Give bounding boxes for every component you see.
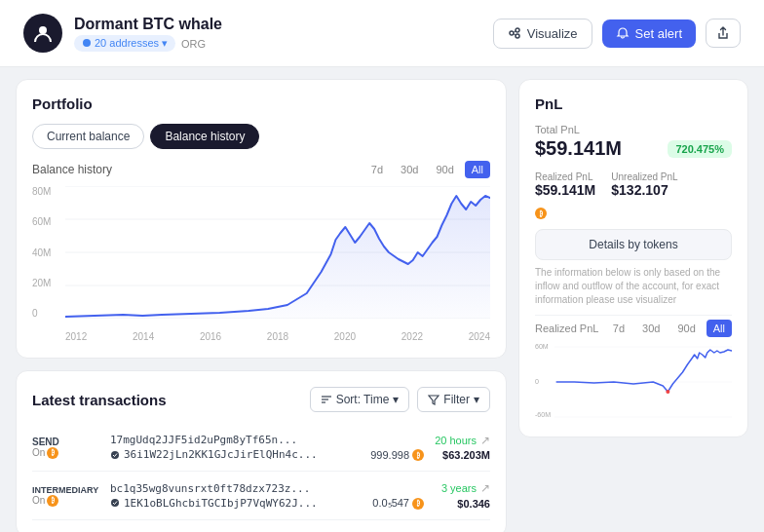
btc-amount-icon: ₿ <box>412 498 424 510</box>
chart-svg-wrapper <box>65 186 490 319</box>
time-filters: 7d 30d 90d All <box>364 161 490 178</box>
chart-header: Balance history 7d 30d 90d All <box>32 161 490 178</box>
tx-type-col: SEND On ₿ <box>32 437 100 459</box>
tx-addresses: bc1q35wg8vunsrxt0ft78dzx723z... 1EK1oBLG… <box>110 482 346 510</box>
tx-address-to: 36i1W22jLn2KK1GJcJirElQHn4c... <box>124 448 346 461</box>
visualize-icon <box>508 26 521 40</box>
portfolio-tabs: Current balance Balance history <box>32 124 490 149</box>
alert-icon <box>616 26 630 40</box>
sort-icon <box>321 394 332 405</box>
header-left: Dormant BTC whale 20 addresses ▾ ORG <box>23 14 222 53</box>
tx-addresses: 17mgUdq2JJF5id2uPgm8yTf65n... 36i1W22jLn… <box>110 434 346 461</box>
time-filter-90d[interactable]: 90d <box>429 161 460 178</box>
external-link-icon[interactable]: ↗ <box>480 481 490 495</box>
pnl-top-row: $59.141M 720.475% <box>535 137 732 160</box>
svg-text:0: 0 <box>535 378 539 385</box>
tx-value: $0.346 <box>427 498 490 510</box>
pnl-sub: Realized PnL $59.141M Unrealized PnL $13… <box>535 171 732 198</box>
table-row: SEND On ₿ 17mgUdq2JJF5id2uPgm8yTf65n... … <box>32 424 490 472</box>
tx-chain: On ₿ <box>32 447 100 459</box>
set-alert-label: Set alert <box>635 26 682 41</box>
addresses-badge[interactable]: 20 addresses ▾ <box>74 35 175 52</box>
tx-type: SEND <box>32 437 100 447</box>
tx-amount: 0.0₅547 <box>356 497 409 510</box>
chart-y-labels: 80M 60M 40M 20M 0 <box>32 186 61 319</box>
tx-amount: 999.998 <box>356 449 409 461</box>
header-info: Dormant BTC whale 20 addresses ▾ ORG <box>74 16 222 52</box>
time-filter-all[interactable]: All <box>465 161 490 178</box>
svg-text:-60M: -60M <box>535 411 551 418</box>
pnl-time-90d[interactable]: 90d <box>670 320 702 337</box>
details-by-tokens-button[interactable]: Details by tokens <box>535 229 732 260</box>
pnl-chart: 60M 0 -60M <box>535 343 732 421</box>
tx-chain: On ₿ <box>32 495 100 507</box>
portfolio-card: Portfolio Current balance Balance histor… <box>16 79 507 359</box>
btc-token-icon: ₿ <box>535 208 547 219</box>
divider <box>535 315 732 316</box>
org-label: ORG <box>181 38 206 50</box>
tx-type: INTERMEDIARY <box>32 485 100 495</box>
addresses-label: 20 addresses <box>95 37 159 49</box>
time-filter-7d[interactable]: 7d <box>364 161 390 178</box>
filter-button[interactable]: Filter ▾ <box>417 387 490 412</box>
svg-point-23 <box>666 390 669 394</box>
tab-current-balance[interactable]: Current balance <box>32 124 144 149</box>
total-pnl-label: Total PnL <box>535 124 732 135</box>
balance-chart-svg <box>65 186 490 319</box>
pnl-time-7d[interactable]: 7d <box>606 320 631 337</box>
realized-pnl-section-label: Realized PnL <box>535 323 598 334</box>
tx-time: 20 hours <box>413 435 477 446</box>
pnl-time-filters: 7d 30d 90d All <box>606 320 732 337</box>
svg-point-1 <box>83 39 91 47</box>
svg-line-6 <box>514 34 516 36</box>
svg-point-0 <box>39 26 47 34</box>
sort-filter-group: Sort: Time ▾ Filter ▾ <box>310 387 490 412</box>
svg-point-2 <box>510 31 514 35</box>
pnl-title: PnL <box>535 95 732 112</box>
visualize-button[interactable]: Visualize <box>493 19 592 49</box>
external-link-icon[interactable]: ↗ <box>480 434 490 447</box>
header: Dormant BTC whale 20 addresses ▾ ORG Vis… <box>0 0 764 67</box>
table-row: INTERMEDIARY On ₿ bc1q35wg8vunsrxt0ft78d… <box>32 472 490 520</box>
pnl-card: PnL Total PnL $59.141M 720.475% Realized… <box>518 79 748 437</box>
portfolio-title: Portfolio <box>32 95 490 112</box>
filter-icon <box>428 394 439 405</box>
realized-pnl-value: $59.141M <box>535 182 595 198</box>
header-actions: Visualize Set alert <box>493 19 741 49</box>
set-alert-button[interactable]: Set alert <box>602 19 696 48</box>
svg-line-5 <box>514 31 516 33</box>
share-icon <box>716 26 730 40</box>
left-panel: Portfolio Current balance Balance histor… <box>16 79 507 532</box>
unrealized-pnl-col: Unrealized PnL $132.107 <box>611 171 677 198</box>
svg-text:60M: 60M <box>535 343 549 350</box>
avatar <box>23 14 62 53</box>
sort-label: Sort: Time <box>336 393 390 406</box>
realized-pnl-col: Realized PnL $59.141M <box>535 171 595 198</box>
pnl-badge: 720.475% <box>668 140 732 158</box>
chart-x-labels: 2012 2014 2016 2018 2020 2022 2024 <box>65 323 490 342</box>
tab-balance-history[interactable]: Balance history <box>150 124 259 149</box>
btc-row: ₿ <box>535 208 732 219</box>
transactions-card: Latest transactions Sort: Time ▾ <box>16 370 507 532</box>
realized-pnl-label: Realized PnL <box>535 171 595 182</box>
unrealized-pnl-value: $132.107 <box>611 182 677 198</box>
verified-icon <box>110 498 120 508</box>
pnl-chart-svg: 60M 0 -60M <box>535 343 732 421</box>
pnl-time-all[interactable]: All <box>707 320 732 337</box>
total-pnl-value: $59.141M <box>535 137 622 160</box>
time-filter-30d[interactable]: 30d <box>394 161 425 178</box>
page-title: Dormant BTC whale <box>74 16 222 33</box>
tx-type-col: INTERMEDIARY On ₿ <box>32 485 100 507</box>
btc-icon: ₿ <box>47 447 58 459</box>
share-button[interactable] <box>706 19 741 48</box>
realized-pnl-header: Realized PnL 7d 30d 90d All <box>535 320 732 337</box>
tx-value: $63.203M <box>427 449 490 461</box>
tx-address-from: bc1q35wg8vunsrxt0ft78dzx723z... <box>110 482 346 495</box>
sort-button[interactable]: Sort: Time ▾ <box>310 387 410 412</box>
chart-label: Balance history <box>32 163 112 176</box>
verified-icon <box>110 450 120 460</box>
unrealized-pnl-label: Unrealized PnL <box>611 171 677 182</box>
pnl-time-30d[interactable]: 30d <box>635 320 667 337</box>
balance-history-chart: 80M 60M 40M 20M 0 <box>32 186 490 342</box>
svg-point-3 <box>516 28 519 32</box>
